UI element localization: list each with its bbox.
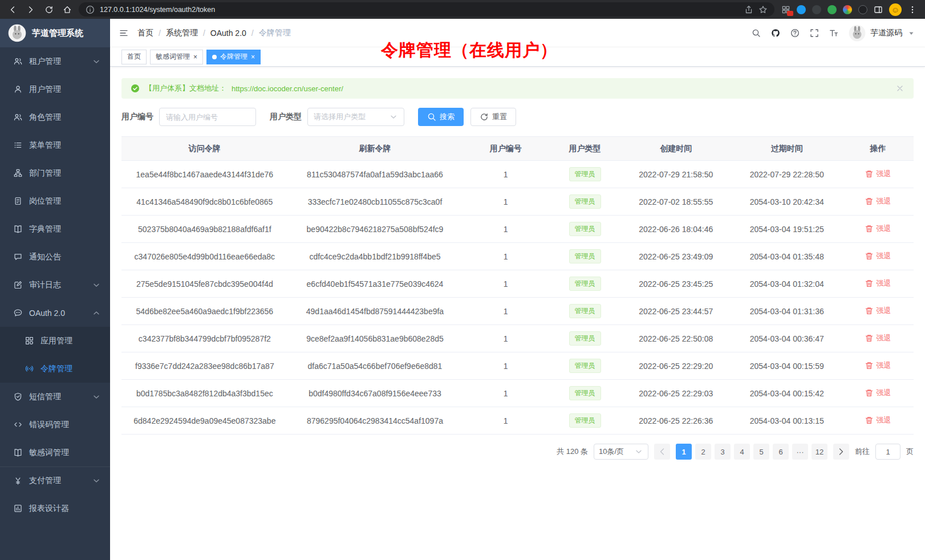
sidebar-item-report-designer[interactable]: 报表设计器 bbox=[0, 494, 110, 522]
sidebar-item-notice[interactable]: 通知公告 bbox=[0, 243, 110, 271]
user-id-input[interactable] bbox=[159, 108, 256, 126]
force-logout-button[interactable]: 强退 bbox=[865, 306, 891, 316]
sidebar-item-sensitive-word[interactable]: 敏感词管理 bbox=[0, 439, 110, 466]
tab-token[interactable]: 令牌管理× bbox=[206, 50, 261, 64]
content: 【用户体系】文档地址： https://doc.iocoder.cn/user-… bbox=[110, 67, 925, 460]
refresh-token-cell: 333ecfc71e02480cb11055c875c3ca0f bbox=[288, 188, 462, 216]
force-logout-button[interactable]: 强退 bbox=[865, 388, 891, 398]
extension-icon-5[interactable] bbox=[843, 5, 852, 14]
trash-icon bbox=[865, 361, 874, 370]
logo-rabbit-avatar bbox=[8, 24, 26, 42]
sidebar-item-tenant[interactable]: 租户管理 bbox=[0, 47, 110, 75]
app-logo[interactable]: 芋道管理系统 bbox=[0, 19, 110, 47]
oauth-icon bbox=[14, 309, 22, 317]
goto-page-input[interactable] bbox=[875, 444, 900, 460]
sidebar-item-sms[interactable]: 短信管理 bbox=[0, 383, 110, 411]
extension-icon-3[interactable] bbox=[812, 5, 821, 14]
chevron-down-icon bbox=[634, 447, 643, 456]
trash-icon bbox=[865, 224, 874, 233]
user-type-badge: 管理员 bbox=[569, 194, 601, 209]
sidebar-item-dict[interactable]: 字典管理 bbox=[0, 215, 110, 243]
access-token-cell: 502375b8040a469a9b82188afdf6af1f bbox=[121, 216, 288, 243]
alert-close-icon[interactable] bbox=[895, 84, 904, 93]
table-row: f9336e7c7dd242a283ee98dc86b17a87dfa6c71a… bbox=[121, 352, 914, 380]
address-bar[interactable]: 127.0.0.1:1024/system/oauth2/token bbox=[79, 2, 774, 17]
fullscreen-icon[interactable] bbox=[810, 29, 819, 38]
force-logout-button[interactable]: 强退 bbox=[865, 360, 891, 371]
force-logout-button[interactable]: 强退 bbox=[865, 196, 891, 206]
refresh-token-cell: 8796295f04064c2983414cc54af1097a bbox=[288, 407, 462, 435]
force-logout-button[interactable]: 强退 bbox=[865, 278, 891, 289]
sidebar-item-menu[interactable]: 菜单管理 bbox=[0, 131, 110, 159]
tab-close-icon[interactable]: × bbox=[251, 54, 255, 60]
reset-button[interactable]: 重置 bbox=[470, 108, 516, 126]
force-logout-button[interactable]: 强退 bbox=[865, 224, 891, 234]
col-create-time: 创建时间 bbox=[620, 137, 731, 161]
action-cell: 强退 bbox=[842, 161, 914, 188]
sidebar-item-oauth2-token[interactable]: 令牌管理 bbox=[0, 355, 110, 383]
page-button-4[interactable]: 4 bbox=[734, 444, 750, 460]
sidebar-item-user[interactable]: 用户管理 bbox=[0, 75, 110, 103]
tab-home[interactable]: 首页 bbox=[121, 50, 147, 64]
tab-sensitive-word[interactable]: 敏感词管理× bbox=[150, 50, 203, 64]
page-ellipsis[interactable]: ··· bbox=[792, 444, 808, 460]
prev-page-button[interactable] bbox=[654, 444, 670, 460]
user-type-select[interactable]: 请选择用户类型 bbox=[307, 108, 404, 126]
back-icon[interactable] bbox=[6, 3, 19, 17]
force-logout-label: 强退 bbox=[876, 360, 891, 371]
extension-badge bbox=[787, 11, 793, 16]
sidebar-item-oauth2[interactable]: OAuth 2.0 bbox=[0, 299, 110, 327]
force-logout-button[interactable]: 强退 bbox=[865, 333, 891, 343]
page-button-2[interactable]: 2 bbox=[695, 444, 711, 460]
next-page-button[interactable] bbox=[833, 444, 849, 460]
share-icon[interactable] bbox=[744, 5, 753, 14]
site-info-icon[interactable] bbox=[86, 5, 95, 14]
browser-profile-avatar[interactable]: ☺ bbox=[889, 3, 902, 16]
user-menu[interactable]: 芋道源码 bbox=[849, 25, 916, 42]
sidebar-item-oauth2-app[interactable]: 应用管理 bbox=[0, 327, 110, 355]
page-button-6[interactable]: 6 bbox=[773, 444, 789, 460]
extension-icon-4[interactable] bbox=[827, 5, 837, 14]
force-logout-button[interactable]: 强退 bbox=[865, 169, 891, 179]
url-text[interactable]: 127.0.0.1:1024/system/oauth2/token bbox=[100, 6, 739, 14]
bookmark-star-icon[interactable] bbox=[758, 5, 768, 14]
doc-link[interactable]: https://doc.iocoder.cn/user-center/ bbox=[232, 84, 343, 93]
page-button-1[interactable]: 1 bbox=[676, 444, 692, 460]
forward-icon[interactable] bbox=[24, 3, 38, 17]
page-size-select[interactable]: 10条/页 bbox=[594, 444, 648, 460]
extension-icon-6[interactable] bbox=[858, 5, 867, 14]
side-panel-icon[interactable] bbox=[874, 5, 883, 14]
help-icon[interactable] bbox=[790, 29, 800, 38]
sidebar-item-audit-log[interactable]: 审计日志 bbox=[0, 271, 110, 299]
breadcrumb-item[interactable]: 系统管理 bbox=[166, 28, 198, 38]
search-icon[interactable] bbox=[752, 29, 761, 38]
github-icon[interactable] bbox=[771, 29, 780, 38]
sidebar-item-dept[interactable]: 部门管理 bbox=[0, 159, 110, 187]
tab-close-icon[interactable]: × bbox=[193, 54, 197, 60]
menu-fold-icon[interactable] bbox=[119, 29, 128, 38]
sidebar-item-error-code[interactable]: 错误码管理 bbox=[0, 411, 110, 439]
breadcrumb-item[interactable]: OAuth 2.0 bbox=[210, 29, 246, 38]
sidebar-item-pay[interactable]: 支付管理 bbox=[0, 466, 110, 494]
breadcrumb-item[interactable]: 首页 bbox=[137, 28, 153, 38]
page-button-3[interactable]: 3 bbox=[715, 444, 731, 460]
sidebar-item-post[interactable]: 岗位管理 bbox=[0, 187, 110, 215]
user-id-cell: 1 bbox=[462, 243, 549, 270]
force-logout-label: 强退 bbox=[876, 169, 891, 179]
force-logout-label: 强退 bbox=[876, 196, 891, 206]
search-button[interactable]: 搜索 bbox=[418, 108, 464, 126]
page-button-12[interactable]: 12 bbox=[812, 444, 827, 460]
browser-menu-icon[interactable] bbox=[908, 5, 917, 14]
home-icon[interactable] bbox=[60, 3, 74, 17]
extension-icon-1[interactable] bbox=[781, 5, 790, 14]
page-button-5[interactable]: 5 bbox=[753, 444, 769, 460]
col-actions: 操作 bbox=[842, 137, 914, 161]
access-token-cell: 275e5de9151045fe87cbdc395e004f4d bbox=[121, 270, 288, 298]
force-logout-button[interactable]: 强退 bbox=[865, 415, 891, 425]
font-size-icon[interactable] bbox=[829, 29, 838, 38]
sidebar-item-role[interactable]: 角色管理 bbox=[0, 103, 110, 131]
force-logout-button[interactable]: 强退 bbox=[865, 251, 891, 261]
extension-icon-2[interactable] bbox=[797, 5, 806, 14]
reload-icon[interactable] bbox=[42, 3, 56, 17]
doc-alert: 【用户体系】文档地址： https://doc.iocoder.cn/user-… bbox=[121, 78, 914, 99]
